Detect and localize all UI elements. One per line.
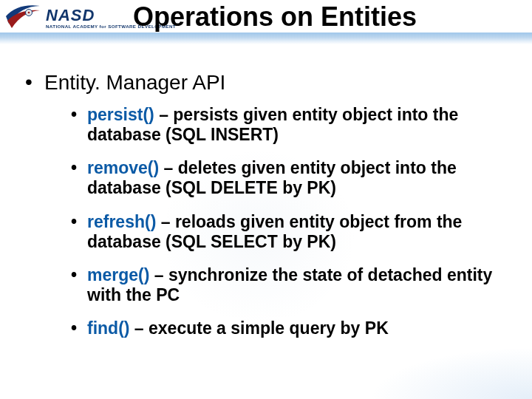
heading-item: Entity. Manager API persist() – persists…: [25, 71, 510, 338]
svg-point-1: [28, 12, 30, 14]
method-name: persist(): [87, 105, 154, 124]
bottom-glow: [369, 347, 532, 399]
heading-text: Entity. Manager API: [44, 71, 225, 94]
slide: NASD NATIONAL ACADEMY for SOFTWARE DEVEL…: [0, 0, 532, 399]
method-name: refresh(): [87, 212, 156, 231]
bullet-list-level2: persist() – persists given entity object…: [44, 105, 510, 338]
list-item: remove() – deletes given entity object i…: [71, 158, 510, 198]
logo-swoosh-icon: [4, 1, 41, 35]
list-item: find() – execute a simple query by PK: [71, 318, 510, 338]
list-item: refresh() – reloads given entity object …: [71, 212, 510, 252]
method-desc: – execute a simple query by PK: [129, 318, 388, 338]
method-name: find(): [87, 318, 129, 338]
bullet-list-level1: Entity. Manager API persist() – persists…: [25, 71, 510, 352]
list-item: merge() – synchronize the state of detac…: [71, 265, 510, 305]
list-item: persist() – persists given entity object…: [71, 105, 510, 145]
method-name: remove(): [87, 158, 159, 177]
slide-title: Operations on Entities: [133, 1, 517, 33]
method-name: merge(): [87, 265, 149, 284]
